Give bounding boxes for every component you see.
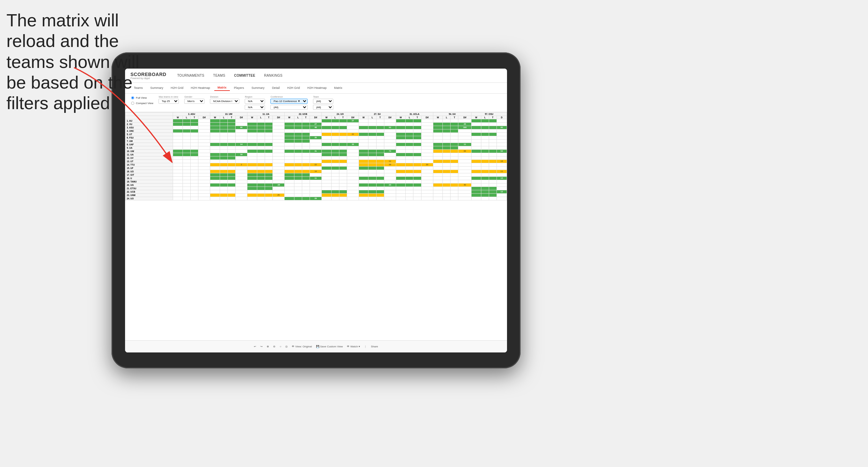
cell-11-12 bbox=[285, 156, 294, 159]
toolbar-icon-4[interactable]: ◎ bbox=[285, 345, 288, 348]
tab-summary-2[interactable]: Summary bbox=[248, 85, 268, 91]
cell-14-23 bbox=[384, 166, 396, 170]
tab-matrix-2[interactable]: Matrix bbox=[331, 85, 346, 91]
matrix-content[interactable]: 3. ASU 10. UW 11. UA 22. UCB 24. UO 27. … bbox=[125, 112, 507, 340]
cell-21-1 bbox=[183, 190, 190, 193]
tab-players[interactable]: Players bbox=[231, 85, 247, 91]
table-row: 11. UA19 bbox=[125, 153, 507, 156]
tab-h2h-heatmap[interactable]: H2H Heatmap bbox=[188, 85, 214, 91]
gender-select[interactable]: Men's bbox=[184, 99, 204, 104]
cell-6-15 bbox=[310, 139, 321, 143]
tab-h2h-grid[interactable]: H2H Grid bbox=[167, 85, 187, 91]
cell-19-13 bbox=[294, 183, 302, 187]
cell-21-16 bbox=[321, 190, 331, 193]
cell-21-26 bbox=[413, 190, 421, 193]
cell-10-18 bbox=[339, 153, 347, 156]
redo-btn[interactable]: ↪ bbox=[260, 345, 263, 348]
cell-7-8 bbox=[247, 143, 257, 146]
col-header-osu: 57. OSU bbox=[472, 112, 507, 116]
row-label-7: 8. UAF bbox=[125, 143, 173, 146]
row-label-17: 18. U bbox=[125, 176, 173, 180]
col-asu-w: W bbox=[173, 116, 183, 119]
watch-btn[interactable]: 👁 Watch ▾ bbox=[347, 345, 360, 348]
cell-22-10 bbox=[265, 193, 272, 197]
cell-2-28 bbox=[433, 126, 443, 129]
toolbar-icon-1[interactable]: ⊕ bbox=[267, 345, 269, 348]
tab-h2h-heatmap-2[interactable]: H2H Heatmap bbox=[304, 85, 330, 91]
cell-17-16 bbox=[321, 176, 331, 180]
view-original-btn[interactable]: 👁 View: Original bbox=[292, 345, 312, 348]
tab-detail[interactable]: Detail bbox=[269, 85, 283, 91]
cell-7-22 bbox=[376, 143, 384, 146]
cell-18-31 bbox=[458, 180, 472, 183]
cell-8-4 bbox=[210, 146, 220, 149]
cell-22-8 bbox=[247, 193, 257, 197]
cell-15-20 bbox=[359, 170, 368, 173]
cell-14-25 bbox=[406, 166, 413, 170]
tab-matrix[interactable]: Matrix bbox=[214, 85, 230, 91]
team-select-2[interactable]: (All) bbox=[313, 105, 333, 110]
cell-5-28 bbox=[433, 136, 443, 139]
division-select[interactable]: NCAA Division I bbox=[210, 99, 239, 104]
region-select[interactable]: N/A bbox=[245, 99, 265, 104]
share-icon[interactable]: ⋮ bbox=[364, 345, 367, 348]
table-row: 3. ASU80485216080 bbox=[125, 126, 507, 129]
cell-18-34 bbox=[489, 180, 497, 183]
cell-0-8 bbox=[247, 119, 257, 122]
cell-11-32 bbox=[472, 156, 481, 159]
nav-tournaments[interactable]: TOURNAMENTS bbox=[173, 72, 208, 79]
max-teams-select[interactable]: Top 25 bbox=[159, 99, 179, 104]
cell-18-20 bbox=[359, 180, 368, 183]
cell-19-27 bbox=[421, 183, 433, 187]
sub-corner bbox=[125, 116, 173, 119]
nav-teams[interactable]: TEAMS bbox=[209, 72, 229, 79]
cell-8-12 bbox=[285, 146, 294, 149]
cell-0-1 bbox=[183, 119, 190, 122]
save-custom-btn[interactable]: 💾 Save Custom View bbox=[316, 345, 343, 348]
cell-3-17 bbox=[331, 129, 339, 132]
cell-10-17 bbox=[331, 153, 339, 156]
cell-1-28 bbox=[433, 122, 443, 126]
cell-2-26 bbox=[413, 126, 421, 129]
cell-21-12 bbox=[285, 190, 294, 193]
cell-1-30 bbox=[451, 122, 458, 126]
cell-18-28 bbox=[433, 180, 443, 183]
cell-11-22 bbox=[376, 156, 384, 159]
cell-22-0 bbox=[173, 193, 183, 197]
cell-20-27 bbox=[421, 187, 433, 190]
cell-20-18 bbox=[339, 187, 347, 190]
cell-19-26 bbox=[413, 183, 421, 187]
cell-21-17 bbox=[331, 190, 339, 193]
cell-12-20 bbox=[359, 159, 368, 163]
nav-rankings[interactable]: RANKINGS bbox=[260, 72, 287, 79]
cell-15-17 bbox=[331, 170, 339, 173]
cell-3-6 bbox=[227, 129, 235, 132]
region-select-2[interactable]: N/A bbox=[245, 105, 265, 110]
share-btn[interactable]: Share bbox=[371, 345, 378, 348]
cell-16-10 bbox=[265, 173, 272, 176]
tab-summary-1[interactable]: Summary bbox=[147, 85, 167, 91]
toolbar-icon-3[interactable]: ○ bbox=[280, 345, 281, 348]
toolbar-icon-2[interactable]: ⊖ bbox=[273, 345, 275, 348]
cell-13-15: 22 bbox=[310, 163, 321, 166]
cell-15-22 bbox=[376, 170, 384, 173]
conference-select-2[interactable]: (All) bbox=[270, 105, 308, 110]
undo-btn[interactable]: ↩ bbox=[254, 345, 256, 348]
nav-committee[interactable]: COMMITTEE bbox=[230, 72, 259, 79]
cell-2-3 bbox=[198, 126, 210, 129]
cell-20-26 bbox=[413, 187, 421, 190]
team-select[interactable]: (All) bbox=[313, 99, 333, 104]
conference-select[interactable]: Pac-12 Conference ▼ bbox=[270, 99, 308, 104]
table-row: 13. UT1218 bbox=[125, 159, 507, 163]
cell-7-16 bbox=[321, 143, 331, 146]
cell-9-3 bbox=[198, 149, 210, 153]
cell-13-3 bbox=[198, 163, 210, 166]
tab-h2h-grid-2[interactable]: H2H Grid bbox=[284, 85, 304, 91]
col-ua-w: W bbox=[247, 116, 257, 119]
cell-0-13 bbox=[294, 119, 302, 122]
cell-21-33 bbox=[481, 190, 489, 193]
cell-4-12 bbox=[285, 132, 294, 136]
cell-18-17 bbox=[331, 180, 339, 183]
cell-12-2 bbox=[191, 159, 198, 163]
conference-label: Conference bbox=[270, 96, 308, 98]
